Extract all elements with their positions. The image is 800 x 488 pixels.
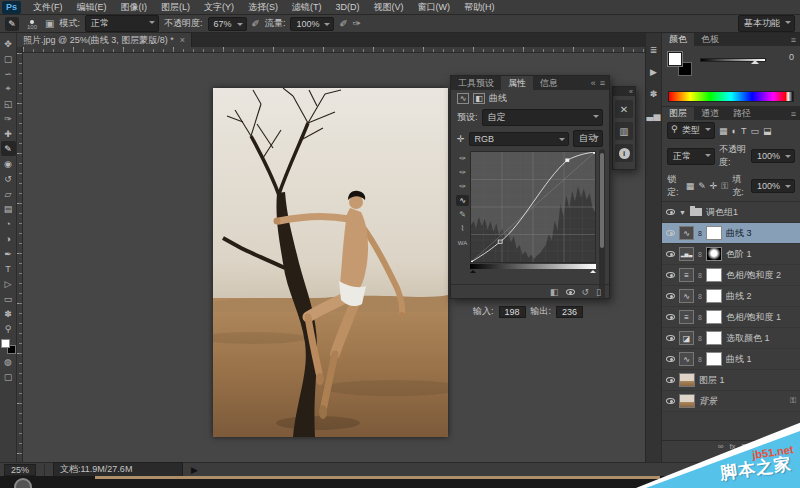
panel-fg-bg-swatches[interactable] bbox=[668, 52, 692, 76]
fill-dropdown[interactable]: 100% bbox=[751, 179, 795, 193]
layer-row-levels1[interactable]: ▂▅▃ 8 色阶 1 bbox=[662, 244, 800, 265]
zoom-tool[interactable]: ⚲ bbox=[1, 321, 16, 336]
histogram-panel-icon[interactable]: ▥ bbox=[615, 122, 633, 140]
color-spectrum-bar[interactable] bbox=[668, 91, 794, 102]
layer-mask-thumbnail[interactable] bbox=[706, 226, 722, 240]
add-mask-icon[interactable]: ▣ bbox=[742, 442, 750, 451]
blur-tool[interactable]: ◔ bbox=[1, 216, 16, 231]
pen-tool[interactable]: ✒ bbox=[1, 246, 16, 261]
dodge-tool[interactable]: ◑ bbox=[1, 231, 16, 246]
layer-mask-thumbnail[interactable] bbox=[706, 310, 722, 324]
input-ramp[interactable] bbox=[470, 264, 596, 269]
menu-file[interactable]: 文件(F) bbox=[26, 0, 70, 14]
tab-swatches[interactable]: 色板 bbox=[694, 33, 726, 46]
path-select-tool[interactable]: ▷ bbox=[1, 276, 16, 291]
curves-layer-icon[interactable]: ∿ bbox=[679, 226, 694, 240]
lock-pixels-icon[interactable]: ✎ bbox=[698, 181, 706, 191]
lock-position-icon[interactable]: ✛ bbox=[710, 181, 718, 191]
visibility-eye-icon[interactable] bbox=[666, 314, 675, 320]
hand-tool[interactable]: ✽ bbox=[1, 306, 16, 321]
type-tool[interactable]: T bbox=[1, 261, 16, 276]
zoom-level-field[interactable]: 25% bbox=[4, 464, 36, 476]
close-tab-icon[interactable]: × bbox=[180, 35, 185, 45]
gradient-tool[interactable]: ▤ bbox=[1, 201, 16, 216]
curve-point-tool-icon[interactable]: ∿ bbox=[456, 195, 469, 206]
panel-scrollbar[interactable] bbox=[599, 149, 605, 299]
eyedropper-tool[interactable]: ✑ bbox=[1, 111, 16, 126]
adjustments-panel-icon[interactable]: ✕ bbox=[615, 100, 633, 118]
photo-document[interactable] bbox=[213, 88, 448, 437]
menu-image[interactable]: 图像(I) bbox=[114, 0, 155, 14]
pressure-opacity-icon[interactable]: ✐ bbox=[252, 18, 260, 30]
menu-window[interactable]: 窗口(W) bbox=[411, 0, 458, 14]
collapse-panel-icon[interactable]: « bbox=[591, 78, 596, 88]
layer-mask-thumbnail[interactable] bbox=[706, 331, 722, 345]
visibility-eye-icon[interactable] bbox=[566, 289, 575, 295]
foreground-background-swatches[interactable] bbox=[1, 339, 16, 354]
visibility-eye-icon[interactable] bbox=[666, 398, 675, 404]
reset-icon[interactable]: ↺ bbox=[582, 287, 590, 297]
menu-select[interactable]: 选择(S) bbox=[241, 0, 285, 14]
gray-point-eyedropper-icon[interactable]: ✑ bbox=[456, 167, 469, 178]
auto-button[interactable]: 自动 bbox=[573, 130, 603, 147]
menu-help[interactable]: 帮助(H) bbox=[457, 0, 502, 14]
filter-adjustment-icon[interactable]: ◐ bbox=[732, 126, 737, 136]
layer-row-curves1[interactable]: ∿ 8 曲线 1 bbox=[662, 349, 800, 370]
toggle-brush-panel-icon[interactable]: ▣ bbox=[45, 18, 54, 30]
screen-mode-icon[interactable]: ▢ bbox=[1, 369, 16, 384]
layer-row-curves3[interactable]: ∿ 8 曲线 3 bbox=[662, 223, 800, 244]
adjustments-icon[interactable]: ≣ bbox=[650, 45, 658, 55]
levels-layer-icon[interactable]: ▂▅▃ bbox=[679, 247, 694, 261]
foreground-color-swatch[interactable] bbox=[1, 339, 10, 348]
channel-dropdown[interactable]: RGB bbox=[469, 132, 569, 146]
layer-mask-thumbnail[interactable] bbox=[706, 289, 722, 303]
brush-tool[interactable]: ✎ bbox=[1, 141, 16, 156]
input-value[interactable]: 198 bbox=[499, 306, 526, 318]
shape-tool[interactable]: ▭ bbox=[1, 291, 16, 306]
layer-thumbnail[interactable] bbox=[679, 373, 695, 387]
menu-layer[interactable]: 图层(L) bbox=[154, 0, 197, 14]
layer-row-layer1[interactable]: 图层 1 bbox=[662, 370, 800, 391]
layer-row-background[interactable]: 背景 ⚿ bbox=[662, 391, 800, 412]
visibility-eye-icon[interactable] bbox=[666, 356, 675, 362]
clip-to-layer-icon[interactable]: ◧ bbox=[550, 287, 559, 297]
tab-layers[interactable]: 图层 bbox=[662, 107, 694, 120]
layer-mask-thumbnail[interactable] bbox=[706, 268, 722, 282]
filter-pixel-icon[interactable]: ▦ bbox=[719, 126, 728, 136]
menu-view[interactable]: 视图(V) bbox=[367, 0, 411, 14]
color-panel-menu-icon[interactable]: ≡ bbox=[791, 33, 800, 46]
color-slider[interactable] bbox=[700, 58, 766, 62]
output-value[interactable]: 236 bbox=[556, 306, 583, 318]
layer-row-hue1[interactable]: ≡ 8 色相/饱和度 1 bbox=[662, 307, 800, 328]
info-panel-icon[interactable]: i bbox=[615, 144, 633, 162]
curves-layer-icon[interactable]: ∿ bbox=[679, 289, 694, 303]
new-adjustment-icon[interactable]: ◐ bbox=[755, 442, 760, 451]
layers-panel-menu-icon[interactable]: ≡ bbox=[791, 107, 800, 120]
panel-foreground-swatch[interactable] bbox=[668, 52, 682, 66]
delete-adjustment-icon[interactable]: ▯ bbox=[596, 287, 601, 297]
history-brush-tool[interactable]: ↺ bbox=[1, 171, 16, 186]
layer-thumbnail[interactable] bbox=[679, 394, 695, 408]
move-tool[interactable]: ✥ bbox=[1, 36, 16, 51]
tab-color[interactable]: 颜色 bbox=[662, 33, 694, 46]
layer-mask-thumbnail[interactable] bbox=[706, 247, 722, 261]
selective-color-layer-icon[interactable]: ◪ bbox=[679, 331, 694, 345]
filter-type-icon[interactable]: T bbox=[741, 126, 747, 136]
visibility-eye-icon[interactable] bbox=[666, 335, 675, 341]
crop-tool[interactable]: ◱ bbox=[1, 96, 16, 111]
panel-menu-icon[interactable]: ≡ bbox=[600, 78, 605, 88]
targeted-adjust-icon[interactable]: ✛ bbox=[457, 134, 465, 144]
histogram-icon[interactable]: ▃▅ bbox=[647, 111, 661, 121]
menu-3d[interactable]: 3D(D) bbox=[329, 0, 367, 14]
lock-all-icon[interactable]: ⚿ bbox=[721, 181, 728, 192]
shadow-slider[interactable] bbox=[470, 267, 476, 273]
menu-type[interactable]: 文字(Y) bbox=[197, 0, 241, 14]
tab-paths[interactable]: 路径 bbox=[726, 107, 758, 120]
layer-filter-dropdown[interactable]: ⚲类型 bbox=[667, 122, 715, 139]
layer-blend-mode-dropdown[interactable]: 正常 bbox=[667, 148, 715, 165]
delete-layer-icon[interactable]: ▾ bbox=[790, 442, 794, 451]
layer-row-hue2[interactable]: ≡ 8 色相/饱和度 2 bbox=[662, 265, 800, 286]
flow-dropdown[interactable]: 100% bbox=[290, 17, 334, 31]
actions-icon[interactable]: ▶ bbox=[650, 67, 657, 77]
tab-channels[interactable]: 通道 bbox=[694, 107, 726, 120]
